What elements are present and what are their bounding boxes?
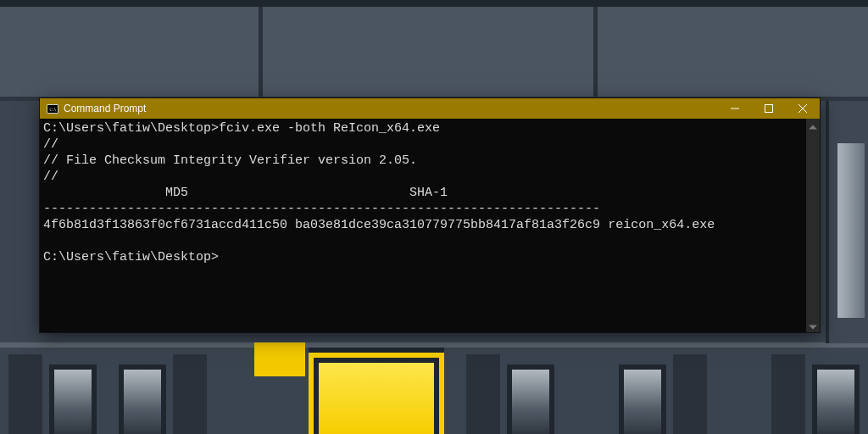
window-controls — [718, 98, 820, 119]
prompt-path: C:\Users\fatiw\Desktop> — [43, 121, 219, 136]
terminal-output[interactable]: C:\Users\fatiw\Desktop>fciv.exe -both Re… — [40, 119, 806, 332]
maximize-icon — [765, 104, 773, 113]
cmd-icon — [47, 104, 58, 114]
hash-sha1: ba03e81dce39ca310779775bb8417af81a3f26c9 — [295, 218, 600, 232]
building-lower — [0, 348, 868, 434]
cursor — [219, 259, 225, 260]
scrollbar[interactable] — [806, 119, 820, 332]
hash-md5: 4f6b81d3f13863f0cf6731accd411c50 — [43, 218, 287, 232]
minimize-button[interactable] — [718, 98, 752, 119]
prompt-path: C:\Users\fatiw\Desktop> — [43, 250, 219, 264]
close-button[interactable] — [786, 98, 820, 119]
minimize-icon — [731, 104, 739, 113]
close-icon — [798, 104, 807, 113]
command-text: fciv.exe -both ReIcon_x64.exe — [219, 121, 440, 136]
scroll-up-icon[interactable] — [808, 120, 818, 131]
titlebar[interactable]: Command Prompt — [40, 98, 820, 119]
output-line: // File Checksum Integrity Verifier vers… — [43, 153, 417, 168]
scroll-down-icon[interactable] — [808, 320, 818, 331]
output-line: // — [43, 137, 58, 152]
svg-rect-0 — [765, 105, 773, 113]
column-header-md5: MD5 — [43, 186, 188, 200]
terminal-body: C:\Users\fatiw\Desktop>fciv.exe -both Re… — [40, 119, 820, 332]
separator-line: ----------------------------------------… — [43, 202, 600, 216]
command-prompt-window: Command Prompt C:\Users\fatiw\Desktop>fc… — [40, 98, 820, 332]
maximize-button[interactable] — [752, 98, 786, 119]
column-header-sha1: SHA-1 — [188, 186, 448, 200]
output-line: // — [43, 170, 58, 184]
window-title: Command Prompt — [64, 103, 146, 114]
hash-filename: reicon_x64.exe — [608, 218, 715, 232]
